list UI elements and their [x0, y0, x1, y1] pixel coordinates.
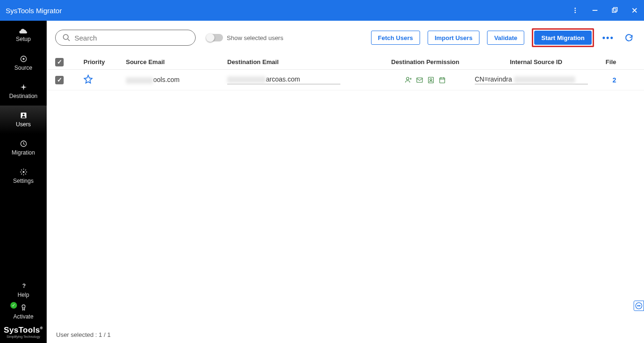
contact-icon	[427, 76, 435, 84]
svg-point-15	[406, 77, 409, 80]
svg-text:?: ?	[22, 283, 25, 289]
sidebar-item-label: Source	[14, 65, 32, 71]
sidebar-item-setup[interactable]: Setup	[0, 21, 47, 49]
sidebar-item-migration[interactable]: Migration	[0, 134, 47, 162]
svg-rect-4	[612, 9, 616, 13]
svg-point-2	[575, 12, 576, 13]
fetch-users-button[interactable]: Fetch Users	[371, 31, 420, 45]
col-internal-source-id: Internal Source ID	[475, 58, 597, 65]
search-icon	[62, 33, 71, 42]
cell-source-email: ools.com	[126, 76, 227, 83]
sidebar-item-label: Users	[16, 121, 31, 128]
refresh-icon	[624, 33, 634, 42]
sidebar-item-settings[interactable]: Settings	[0, 162, 47, 190]
col-source-email: Source Email	[126, 58, 227, 65]
sidebar-item-label: Help	[17, 292, 29, 298]
sidebar-item-destination[interactable]: Destination	[0, 77, 47, 106]
select-all-checkbox[interactable]	[55, 58, 64, 66]
sidebar-item-source[interactable]: Source	[0, 49, 47, 77]
col-file: File	[597, 58, 626, 65]
titlebar: SysTools Migrator	[0, 0, 644, 21]
svg-rect-19	[440, 78, 445, 83]
star-icon	[83, 74, 93, 84]
close-icon[interactable]	[631, 7, 638, 14]
sidebar-item-label: Setup	[16, 36, 31, 42]
redacted-text	[514, 76, 575, 83]
brand-tagline: Simplifying Technology	[0, 335, 47, 338]
users-icon	[20, 112, 27, 119]
teamviewer-icon	[635, 302, 643, 310]
start-migration-button[interactable]: Start Migration	[534, 31, 592, 45]
toggle-label: Show selected users	[227, 34, 283, 41]
svg-point-11	[23, 171, 25, 173]
sidebar-item-help[interactable]: ? Help	[0, 279, 47, 301]
user-icon	[405, 76, 412, 84]
mail-icon	[416, 76, 423, 84]
start-migration-highlight: Start Migration	[532, 28, 594, 47]
main-panel: Show selected users Fetch Users Import U…	[47, 21, 644, 343]
cell-destination-email[interactable]: arcoas.com	[227, 75, 376, 84]
redacted-text	[126, 77, 153, 84]
gear-icon	[20, 168, 27, 176]
sidebar-item-activate[interactable]: Activate	[0, 301, 47, 323]
sidebar-item-label: Activate	[13, 313, 33, 320]
cell-internal-source-id[interactable]: CN=ravindra	[475, 75, 597, 84]
import-users-button[interactable]: Import Users	[428, 31, 479, 45]
minimize-icon[interactable]	[591, 7, 599, 14]
show-selected-toggle[interactable]: Show selected users	[207, 34, 283, 41]
window-controls	[571, 7, 638, 14]
svg-point-0	[575, 8, 576, 9]
clock-icon	[20, 140, 27, 147]
svg-point-7	[23, 58, 25, 60]
table-row[interactable]: ools.com arcoas.com CN=ravindra 2	[47, 70, 644, 90]
help-icon: ?	[20, 282, 27, 290]
sidebar-item-label: Migration	[12, 149, 35, 156]
svg-rect-3	[593, 10, 598, 11]
search-input[interactable]	[74, 34, 189, 42]
svg-point-14	[63, 34, 68, 40]
validate-button[interactable]: Validate	[487, 31, 524, 45]
toggle-switch[interactable]	[207, 34, 223, 41]
svg-point-1	[575, 10, 576, 11]
col-priority: Priority	[83, 58, 126, 65]
svg-rect-5	[613, 8, 617, 11]
priority-star[interactable]	[83, 74, 126, 85]
refresh-button[interactable]	[622, 31, 636, 44]
svg-point-9	[23, 114, 25, 115]
more-vertical-icon[interactable]	[571, 7, 579, 14]
sidebar-item-users[interactable]: Users	[0, 106, 47, 134]
sidebar: Setup Source Destination Users Migration…	[0, 21, 47, 343]
users-table: Priority Source Email Destination Email …	[47, 55, 644, 90]
svg-point-13	[22, 305, 25, 308]
destination-icon	[20, 83, 27, 91]
activated-badge-icon	[10, 302, 17, 309]
redacted-text	[227, 76, 266, 83]
source-icon	[20, 55, 27, 63]
calendar-icon	[438, 76, 446, 84]
table-header: Priority Source Email Destination Email …	[47, 55, 644, 70]
svg-rect-16	[417, 78, 422, 82]
brand: SysTools® Simplifying Technology	[0, 323, 47, 343]
teamviewer-widget[interactable]	[634, 301, 644, 311]
statusbar: User selected : 1 / 1	[56, 331, 111, 338]
cloud-icon	[19, 27, 28, 34]
toolbar: Show selected users Fetch Users Import U…	[47, 21, 644, 55]
sidebar-item-label: Destination	[9, 93, 37, 99]
cell-destination-permission	[376, 76, 475, 84]
search-input-wrap[interactable]	[55, 30, 196, 46]
badge-icon	[20, 304, 27, 311]
svg-point-18	[430, 78, 432, 80]
cell-file-link[interactable]: 2	[597, 76, 626, 84]
row-checkbox[interactable]	[55, 76, 64, 84]
sidebar-item-label: Settings	[13, 178, 33, 184]
app-title: SysTools Migrator	[6, 7, 571, 15]
more-horizontal-icon: •••	[603, 33, 614, 43]
maximize-icon[interactable]	[611, 7, 619, 14]
brand-name: SysTools	[4, 326, 40, 335]
col-destination-permission: Destination Permission	[376, 58, 475, 65]
svg-rect-17	[429, 77, 434, 83]
col-destination-email: Destination Email	[227, 58, 376, 65]
more-button[interactable]: •••	[602, 31, 615, 44]
